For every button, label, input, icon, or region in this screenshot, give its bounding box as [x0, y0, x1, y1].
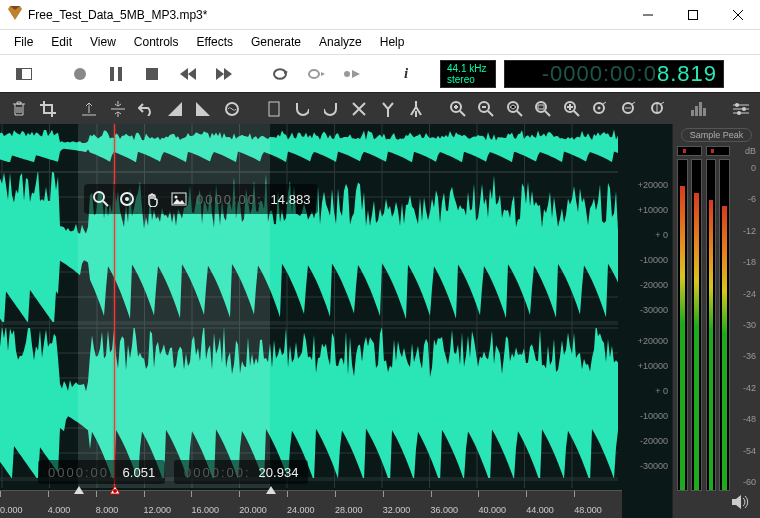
close-button[interactable]: [715, 0, 760, 30]
hover-zoom-icon[interactable]: [92, 190, 110, 208]
titlebar: Free_Test_Data_5MB_MP3.mp3*: [0, 0, 760, 30]
zoom-in-icon[interactable]: [446, 96, 469, 122]
svg-point-6: [74, 68, 86, 80]
loop-button[interactable]: [266, 60, 294, 88]
target3-icon[interactable]: [646, 96, 669, 122]
time-tick: 32.000: [383, 491, 431, 518]
channels-label: stereo: [447, 74, 489, 85]
menu-help[interactable]: Help: [372, 33, 413, 51]
svg-rect-8: [118, 67, 122, 81]
sel-end-value: 20.934: [259, 465, 299, 480]
envelope-icon[interactable]: [221, 96, 244, 122]
menubar: File Edit View Controls Effects Generate…: [0, 30, 760, 54]
hover-target-icon[interactable]: [118, 190, 136, 208]
transport-toolbar: i 44.1 kHz stereo -0000:00:08.819: [0, 54, 760, 92]
work-area: 0000:00:14.883 0000:00:6.051 0000:00:20.…: [0, 124, 760, 518]
forward-button[interactable]: [210, 60, 238, 88]
loop-selection-button[interactable]: [302, 60, 330, 88]
svg-rect-24: [695, 106, 698, 116]
time-tick: 20.000: [239, 491, 287, 518]
sel-start-dim: 0000:00:: [48, 465, 115, 480]
peak-indicator-left: [677, 146, 702, 156]
meter-bar-2: [691, 159, 702, 491]
menu-generate[interactable]: Generate: [243, 33, 309, 51]
menu-edit[interactable]: Edit: [43, 33, 80, 51]
normalize-icon[interactable]: [78, 96, 101, 122]
edit-toolbar: [0, 92, 760, 124]
hover-toolbar: 0000:00:14.883: [84, 184, 318, 214]
fade-in-icon[interactable]: [164, 96, 187, 122]
menu-view[interactable]: View: [82, 33, 124, 51]
menu-effects[interactable]: Effects: [189, 33, 241, 51]
time-tick: 0.000: [0, 491, 48, 518]
info-button[interactable]: i: [394, 65, 418, 82]
time-tick: 4.000: [48, 491, 96, 518]
time-ruler[interactable]: 0.0004.0008.00012.00016.00020.00024.0002…: [0, 490, 622, 518]
amplitude-scale-upper: +20000+10000+ 0-10000-20000-30000: [622, 172, 672, 322]
svg-point-10: [344, 71, 350, 77]
cross-icon[interactable]: [348, 96, 371, 122]
time-display-dim: -0000:00:0: [542, 61, 657, 87]
svg-rect-17: [538, 105, 544, 109]
hover-image-icon[interactable]: [170, 190, 188, 208]
playhead[interactable]: [114, 124, 115, 488]
sample-rate-label: 44.1 kHz: [447, 63, 489, 74]
merge-icon[interactable]: [405, 96, 428, 122]
hover-time-dim: 0000:00:: [196, 192, 263, 207]
waveform-panel[interactable]: 0000:00:14.883 0000:00:6.051 0000:00:20.…: [0, 124, 672, 518]
menu-analyze[interactable]: Analyze: [311, 33, 370, 51]
svg-rect-23: [691, 110, 694, 116]
svg-rect-7: [110, 67, 114, 81]
svg-rect-5: [17, 69, 22, 79]
hover-hand-icon[interactable]: [144, 190, 162, 208]
menu-controls[interactable]: Controls: [126, 33, 187, 51]
meter-bar-4: [719, 159, 730, 491]
peak-label[interactable]: Sample Peak: [681, 128, 753, 142]
zoom-sel-icon[interactable]: [504, 96, 527, 122]
time-tick: 28.000: [335, 491, 383, 518]
svg-rect-12: [269, 102, 279, 116]
selection-end-label[interactable]: 0000:00:20.934: [174, 460, 308, 484]
crop-icon[interactable]: [37, 96, 60, 122]
time-tick: 16.000: [191, 491, 239, 518]
menu-file[interactable]: File: [6, 33, 41, 51]
fork-icon[interactable]: [376, 96, 399, 122]
svg-point-62: [125, 197, 129, 201]
target1-icon[interactable]: [589, 96, 612, 122]
maximize-button[interactable]: [670, 0, 715, 30]
delete-icon[interactable]: [8, 96, 31, 122]
settings-icon[interactable]: [729, 96, 752, 122]
meter-bar-3: [706, 159, 717, 491]
meter-bar-1: [677, 159, 688, 491]
marker-rect-icon[interactable]: [262, 96, 285, 122]
db-unit-label: dB: [734, 146, 756, 159]
pause-button[interactable]: [102, 60, 130, 88]
time-tick: 48.000: [574, 491, 622, 518]
fade-out-icon[interactable]: [192, 96, 215, 122]
undo-icon[interactable]: [135, 96, 158, 122]
time-tick: 36.000: [431, 491, 479, 518]
zoom-fit-icon[interactable]: [532, 96, 555, 122]
zoom-out-icon[interactable]: [475, 96, 498, 122]
target2-icon[interactable]: [618, 96, 641, 122]
view-mode-button[interactable]: [10, 60, 38, 88]
curve-down-icon[interactable]: [291, 96, 314, 122]
curve-up-icon[interactable]: [319, 96, 342, 122]
overview-waveform[interactable]: [0, 130, 618, 162]
speaker-icon[interactable]: [732, 495, 750, 512]
channel-waveform-lower[interactable]: [0, 328, 618, 478]
record-button[interactable]: [66, 60, 94, 88]
svg-point-28: [742, 107, 746, 111]
svg-rect-26: [703, 108, 706, 116]
zoom-all-icon[interactable]: [561, 96, 584, 122]
minimize-button[interactable]: [625, 0, 670, 30]
svg-rect-1: [688, 10, 697, 19]
play-to-end-button[interactable]: [338, 60, 366, 88]
db-scale: 0-6-12-18-24-30-36-42-48-54-60: [734, 159, 756, 491]
stop-button[interactable]: [138, 60, 166, 88]
center-icon[interactable]: [107, 96, 130, 122]
levels-icon[interactable]: [688, 96, 711, 122]
rewind-button[interactable]: [174, 60, 202, 88]
time-display[interactable]: -0000:00:08.819: [504, 60, 724, 88]
selection-start-label[interactable]: 0000:00:6.051: [38, 460, 165, 484]
